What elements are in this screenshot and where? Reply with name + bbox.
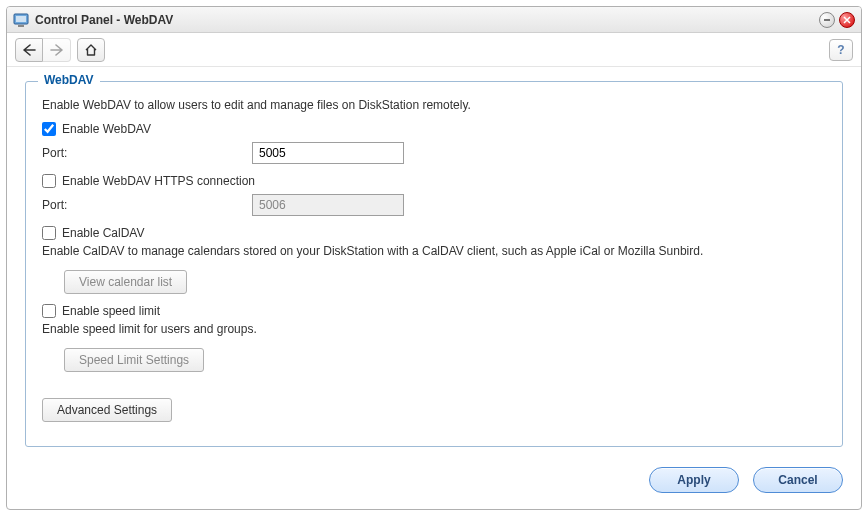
footer: Apply Cancel <box>7 457 861 509</box>
https-port-input <box>252 194 404 216</box>
arrow-left-icon <box>22 44 36 56</box>
home-button[interactable] <box>77 38 105 62</box>
enable-caldav-label: Enable CalDAV <box>62 226 145 240</box>
titlebar: Control Panel - WebDAV <box>7 7 861 33</box>
webdav-port-row: Port: <box>42 142 826 164</box>
enable-speed-limit-row: Enable speed limit <box>42 304 826 318</box>
enable-https-label: Enable WebDAV HTTPS connection <box>62 174 255 188</box>
speed-limit-settings-button: Speed Limit Settings <box>64 348 204 372</box>
forward-button <box>43 38 71 62</box>
enable-webdav-label: Enable WebDAV <box>62 122 151 136</box>
arrow-right-icon <box>50 44 64 56</box>
enable-https-row: Enable WebDAV HTTPS connection <box>42 174 826 188</box>
caldav-note: Enable CalDAV to manage calendars stored… <box>42 244 826 258</box>
section-description: Enable WebDAV to allow users to edit and… <box>42 98 826 112</box>
help-button[interactable]: ? <box>829 39 853 61</box>
caldav-button-wrap: View calendar list <box>64 264 826 300</box>
enable-caldav-checkbox[interactable] <box>42 226 56 240</box>
svg-rect-1 <box>16 16 26 22</box>
view-calendar-list-button: View calendar list <box>64 270 187 294</box>
window-title: Control Panel - WebDAV <box>35 13 819 27</box>
svg-rect-2 <box>18 25 24 27</box>
nav-group <box>15 38 71 62</box>
speed-limit-note: Enable speed limit for users and groups. <box>42 322 826 336</box>
toolbar: ? <box>7 33 861 67</box>
webdav-port-label: Port: <box>42 146 252 160</box>
enable-caldav-row: Enable CalDAV <box>42 226 826 240</box>
advanced-settings-button[interactable]: Advanced Settings <box>42 398 172 422</box>
fieldset-legend: WebDAV <box>38 73 100 87</box>
home-icon <box>84 43 98 57</box>
cancel-button[interactable]: Cancel <box>753 467 843 493</box>
content: WebDAV Enable WebDAV to allow users to e… <box>7 67 861 457</box>
enable-speed-limit-label: Enable speed limit <box>62 304 160 318</box>
window: Control Panel - WebDAV <box>6 6 862 510</box>
control-panel-icon <box>13 12 29 28</box>
back-button[interactable] <box>15 38 43 62</box>
webdav-port-input[interactable] <box>252 142 404 164</box>
window-buttons <box>819 12 855 28</box>
https-port-row: Port: <box>42 194 826 216</box>
minimize-button[interactable] <box>819 12 835 28</box>
svg-rect-3 <box>824 19 830 21</box>
help-icon: ? <box>837 43 844 57</box>
apply-button[interactable]: Apply <box>649 467 739 493</box>
enable-speed-limit-checkbox[interactable] <box>42 304 56 318</box>
close-button[interactable] <box>839 12 855 28</box>
speed-limit-button-wrap: Speed Limit Settings <box>64 342 826 378</box>
webdav-fieldset: WebDAV Enable WebDAV to allow users to e… <box>25 81 843 447</box>
enable-webdav-checkbox[interactable] <box>42 122 56 136</box>
enable-https-checkbox[interactable] <box>42 174 56 188</box>
enable-webdav-row: Enable WebDAV <box>42 122 826 136</box>
https-port-label: Port: <box>42 198 252 212</box>
